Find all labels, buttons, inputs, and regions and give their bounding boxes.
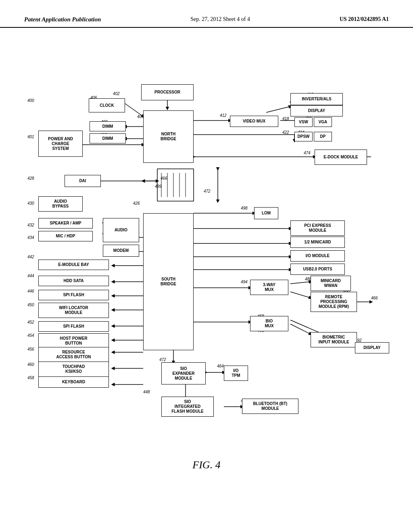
header: Patent Application Publication Sep. 27, … bbox=[0, 0, 413, 28]
box-modem: MODEM bbox=[103, 245, 139, 257]
box-sio-expander: SIOEXPANDERMODULE bbox=[161, 362, 206, 384]
box-lom: LOM bbox=[254, 207, 278, 219]
label-456: 456 bbox=[27, 347, 34, 351]
label-452: 452 bbox=[27, 320, 34, 324]
box-sio-integrated: SIOINTEGRATEDFLASH MODULE bbox=[161, 397, 214, 417]
svg-line-8 bbox=[266, 106, 290, 112]
box-wifi-locator: WIFI LOCATORMODULE bbox=[38, 303, 109, 318]
label-448: 448 bbox=[143, 390, 150, 394]
box-three-way-mux: 3-WAYMUX bbox=[250, 280, 288, 295]
label-498: 498 bbox=[241, 206, 248, 210]
label-444: 444 bbox=[27, 274, 34, 278]
label-402: 402 bbox=[113, 91, 120, 96]
label-450: 450 bbox=[27, 303, 34, 307]
label-430: 430 bbox=[27, 201, 34, 206]
label-418: 418 bbox=[282, 116, 289, 121]
label-426: 426 bbox=[133, 201, 140, 206]
box-hdd-sata: HDD SATA bbox=[38, 276, 109, 286]
label-472a: 472 bbox=[204, 189, 211, 193]
box-clock: CLOCK bbox=[89, 98, 125, 112]
box-mic-hdp: MIC / HDP bbox=[38, 231, 93, 241]
label-422: 422 bbox=[282, 130, 289, 135]
label-454: 454 bbox=[27, 333, 34, 338]
box-display-top: DISPLAY bbox=[290, 105, 343, 116]
box-pci-express: PCI EXPRESSMODULE bbox=[290, 220, 345, 236]
box-display-bot: DISPLAY bbox=[355, 342, 389, 353]
box-usb-ports: USB2.0 PORTS bbox=[290, 264, 345, 275]
label-474: 474 bbox=[304, 151, 311, 155]
label-494: 494 bbox=[241, 280, 248, 284]
box-dp: DP bbox=[314, 132, 332, 141]
figure-caption: FIG. 4 bbox=[0, 459, 413, 471]
label-412: 412 bbox=[220, 113, 227, 118]
label-401: 401 bbox=[27, 135, 34, 139]
diagram-container: 400 401 402 404 406 408 410 412 414 416 … bbox=[0, 32, 413, 495]
label-466a: 466 bbox=[161, 176, 167, 181]
box-e-dock: E-DOCK MODULE bbox=[315, 150, 367, 165]
box-half-minicard: 1/2 MINICARD bbox=[290, 237, 345, 248]
header-publication: Patent Application Publication bbox=[24, 16, 101, 23]
label-446: 446 bbox=[27, 289, 34, 293]
svg-line-44 bbox=[290, 292, 311, 298]
box-touchpad: TOUCHPADKSI/KSO bbox=[38, 362, 109, 377]
box-spi-flash-1: SPI FLASH bbox=[38, 290, 109, 300]
box-keyboard: KEYBOARD bbox=[38, 376, 109, 388]
box-vsw: VSW bbox=[294, 117, 313, 127]
box-speaker-amp: SPEAKER / AMP bbox=[38, 218, 93, 229]
label-464: 464 bbox=[217, 364, 224, 368]
label-466b: 466 bbox=[371, 296, 378, 300]
svg-rect-14 bbox=[157, 169, 194, 201]
label-458: 458 bbox=[27, 376, 34, 380]
svg-line-43 bbox=[290, 282, 311, 284]
box-spi-flash-2: SPI FLASH bbox=[38, 321, 109, 332]
page: Patent Application Publication Sep. 27, … bbox=[0, 0, 413, 532]
box-video-mux: VIDEO MUX bbox=[230, 116, 278, 127]
box-io-tpm: I/OTPM bbox=[224, 366, 248, 381]
header-patent-number: US 2012/0242895 A1 bbox=[340, 16, 389, 23]
svg-line-47 bbox=[290, 324, 311, 334]
box-minicard-wwan: MINICARDWWAN bbox=[311, 276, 351, 291]
box-dpsw: DPSW bbox=[294, 132, 313, 141]
box-host-power: HOST POWERBUTTON bbox=[38, 333, 109, 349]
label-432: 432 bbox=[27, 223, 34, 227]
box-power-charge: POWER ANDCHARGESYSTEM bbox=[38, 131, 83, 157]
box-dimm-bot: DIMM bbox=[90, 133, 126, 143]
box-processor: PROCESSOR bbox=[141, 84, 194, 100]
box-e-module-bay: E-MODULE BAY bbox=[38, 260, 109, 270]
box-audio: AUDIO bbox=[103, 218, 139, 242]
box-south-bridge: SOUTHBRIDGE bbox=[143, 213, 194, 350]
box-resource-access: RESOURCEACCESS BUTTON bbox=[38, 347, 109, 362]
label-472b: 472 bbox=[159, 357, 166, 362]
label-499: 499 bbox=[155, 184, 162, 189]
box-vga: VGA bbox=[314, 117, 332, 127]
box-io-module: I/O MODULE bbox=[290, 250, 345, 262]
box-dai: DAI bbox=[65, 175, 101, 187]
box-remote-processing: REMOTEPROCESSINGMODULE (RPM) bbox=[311, 292, 357, 312]
box-bluetooth: BLUETOOTH (BT)MODULE bbox=[242, 399, 298, 414]
box-dimm-top: DIMM bbox=[90, 121, 126, 131]
label-460: 460 bbox=[27, 362, 34, 367]
box-inverter-als: INVERTER/ALS bbox=[290, 93, 343, 105]
header-date-sheet: Sep. 27, 2012 Sheet 4 of 4 bbox=[190, 16, 250, 23]
box-biometric: BIOMETRICINPUT MODULE bbox=[311, 332, 357, 347]
label-442: 442 bbox=[27, 255, 34, 259]
box-bio-mux: BIOMUX bbox=[250, 316, 288, 331]
label-400: 400 bbox=[27, 98, 34, 103]
label-428: 428 bbox=[27, 176, 34, 181]
label-434: 434 bbox=[27, 235, 34, 240]
box-audio-bypass: AUDIOBYPASS bbox=[38, 196, 83, 212]
box-north-bridge: NORTHBRIDGE bbox=[143, 110, 194, 163]
